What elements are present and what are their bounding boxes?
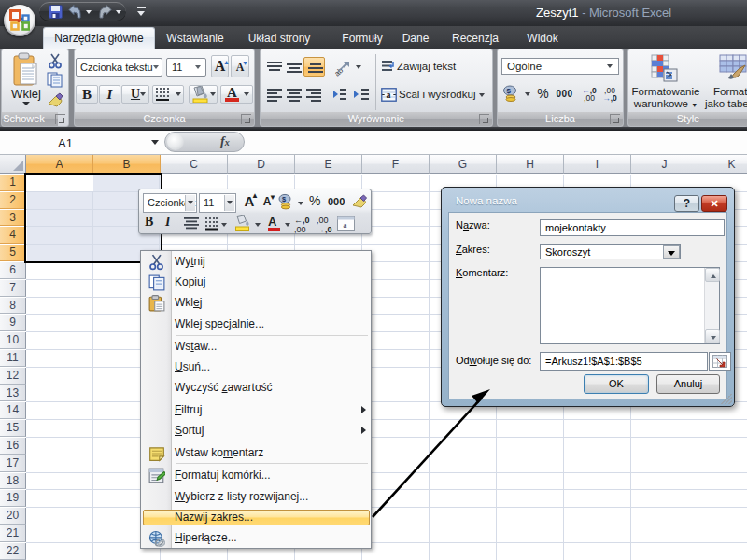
- svg-text:$: $: [507, 87, 512, 95]
- svg-text:a: a: [344, 220, 347, 230]
- svg-text:a: a: [387, 90, 391, 100]
